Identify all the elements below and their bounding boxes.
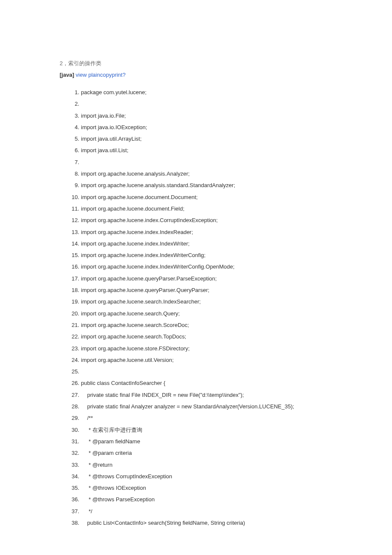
code-line: * @param criteria bbox=[81, 447, 332, 459]
code-line: private static final File INDEX_DIR = ne… bbox=[81, 389, 332, 401]
code-line: * @throws IOException bbox=[81, 482, 332, 494]
code-line bbox=[81, 366, 332, 377]
code-line: import org.apache.lucene.index.IndexWrit… bbox=[81, 249, 332, 261]
code-line: import org.apache.lucene.search.IndexSea… bbox=[81, 296, 332, 307]
code-line: import org.apache.lucene.analysis.standa… bbox=[81, 179, 332, 191]
code-line: import java.util.ArrayList; bbox=[81, 133, 332, 145]
code-line bbox=[81, 98, 332, 110]
code-line: import org.apache.lucene.queryParser.Par… bbox=[81, 273, 332, 284]
code-line: * @throws ParseException bbox=[81, 494, 332, 505]
code-listing: package com.yutel.lucene; import java.io… bbox=[60, 87, 332, 529]
code-line: import java.util.List; bbox=[81, 145, 332, 156]
code-line: import org.apache.lucene.search.Query; bbox=[81, 308, 332, 319]
code-line: import org.apache.lucene.search.ScoreDoc… bbox=[81, 319, 332, 331]
code-line: * @param fieldName bbox=[81, 436, 332, 447]
code-line: import org.apache.lucene.analysis.Analyz… bbox=[81, 168, 332, 179]
code-line: import org.apache.lucene.index.IndexWrit… bbox=[81, 261, 332, 272]
code-line: * 在索引库中进行查询 bbox=[81, 424, 332, 436]
code-line: import java.io.IOException; bbox=[81, 121, 332, 133]
view-plain-link[interactable]: view plain bbox=[76, 72, 100, 78]
help-link[interactable]: ? bbox=[122, 72, 125, 78]
code-line: import org.apache.lucene.document.Docume… bbox=[81, 191, 332, 203]
section-title: 2，索引的操作类 bbox=[60, 60, 332, 67]
code-line: /** bbox=[81, 412, 332, 424]
code-line: import org.apache.lucene.index.CorruptIn… bbox=[81, 214, 332, 226]
code-line: package com.yutel.lucene; bbox=[81, 87, 332, 98]
code-line: private static final Analyzer analyzer =… bbox=[81, 401, 332, 412]
code-line: */ bbox=[81, 506, 332, 517]
code-line bbox=[81, 156, 332, 168]
code-line: import org.apache.lucene.document.Field; bbox=[81, 203, 332, 214]
code-line: import java.io.File; bbox=[81, 110, 332, 121]
code-header: [java] view plaincopyprint? bbox=[60, 72, 332, 78]
code-line: import org.apache.lucene.util.Version; bbox=[81, 354, 332, 366]
code-line: import org.apache.lucene.store.FSDirecto… bbox=[81, 343, 332, 354]
code-line: public class ContactInfoSearcher { bbox=[81, 377, 332, 389]
language-label: [java] bbox=[60, 72, 74, 78]
code-line: import org.apache.lucene.search.TopDocs; bbox=[81, 331, 332, 342]
copy-link[interactable]: copy bbox=[100, 72, 112, 78]
code-line: public List<ContactInfo> search(String f… bbox=[81, 517, 332, 529]
code-line: * @return bbox=[81, 459, 332, 471]
print-link[interactable]: print bbox=[112, 72, 122, 78]
code-line: import org.apache.lucene.index.IndexWrit… bbox=[81, 238, 332, 249]
code-line: import org.apache.lucene.index.IndexRead… bbox=[81, 226, 332, 238]
code-line: import org.apache.lucene.queryParser.Que… bbox=[81, 284, 332, 296]
code-line: * @throws CorruptIndexException bbox=[81, 471, 332, 482]
